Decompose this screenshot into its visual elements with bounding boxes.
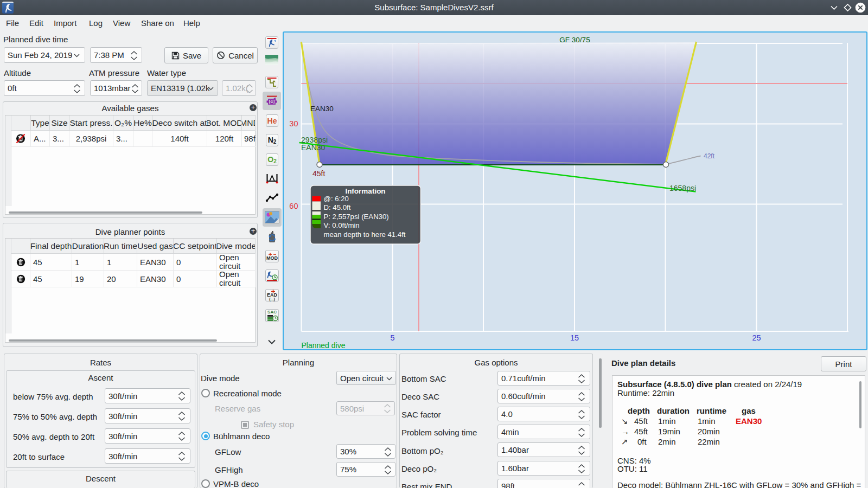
svg-text:Planned dive: Planned dive [302,341,346,350]
svg-text:mean depth to here 41.4ft: mean depth to here 41.4ft [324,230,406,239]
svg-text:1658psi: 1658psi [669,184,696,192]
svg-text:25: 25 [752,333,761,342]
svg-text:5: 5 [390,333,394,342]
svg-text:GF 30/75: GF 30/75 [559,36,590,44]
svg-text:60: 60 [289,202,298,210]
svg-text:V: 0.0ft/min: V: 0.0ft/min [324,221,360,229]
svg-text:15: 15 [570,333,579,342]
svg-text:@: 6:20: @: 6:20 [324,195,349,203]
svg-text:Information: Information [345,187,385,195]
svg-text:P: 2,557psi (EAN30): P: 2,557psi (EAN30) [324,213,389,221]
svg-text:30: 30 [289,119,298,128]
svg-text:42ft: 42ft [704,152,715,160]
svg-text:EAN30: EAN30 [310,105,334,113]
svg-text:45ft: 45ft [312,169,325,178]
svg-text:D: 45.0ft: D: 45.0ft [324,203,351,211]
svg-text:EAN30: EAN30 [301,143,326,152]
